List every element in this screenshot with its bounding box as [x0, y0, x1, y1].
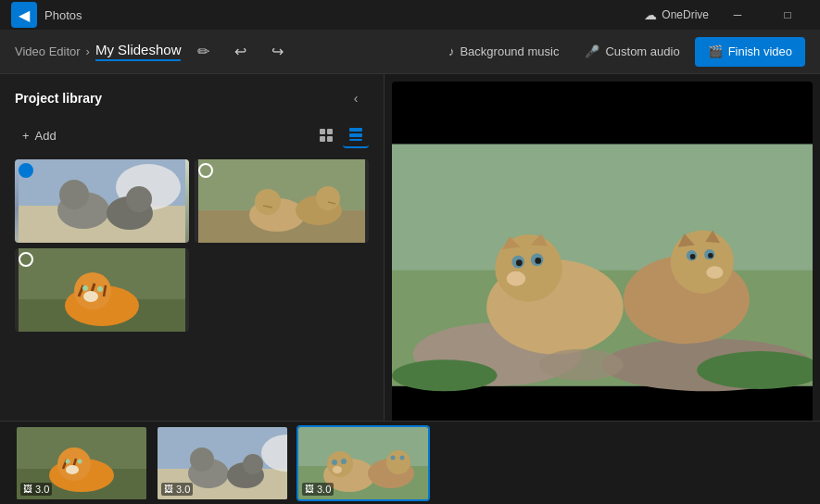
breadcrumb-parent[interactable]: Video Editor [15, 44, 81, 58]
svg-point-72 [243, 454, 263, 474]
svg-point-13 [126, 186, 152, 212]
svg-point-47 [706, 266, 723, 279]
list-view-button[interactable] [343, 122, 369, 148]
svg-point-50 [690, 254, 696, 259]
svg-point-63 [66, 465, 79, 474]
audio-icon: 🎤 [585, 44, 599, 58]
title-bar-right: ☁ OneDrive ─ □ [644, 0, 809, 30]
svg-point-31 [97, 286, 103, 292]
film-duration: 3.0 [176, 484, 190, 495]
svg-point-51 [708, 253, 713, 258]
film-icon: 🖼 [164, 484, 173, 494]
breadcrumb-separator: › [86, 44, 90, 58]
edit-button[interactable]: ✏ [188, 37, 218, 67]
svg-point-78 [332, 460, 337, 465]
title-bar: ◀ Photos ☁ OneDrive ─ □ [0, 0, 820, 30]
media-item[interactable] [195, 159, 369, 243]
add-media-button[interactable]: + Add [15, 125, 64, 146]
finish-video-button[interactable]: 🎬 Finish video [695, 37, 805, 67]
redo-button[interactable]: ↪ [262, 37, 292, 67]
media-item[interactable] [15, 159, 189, 243]
film-label: 🖼 3.0 [20, 483, 52, 496]
breadcrumb: Video Editor › My Slideshow [15, 42, 181, 61]
toolbar-left: Video Editor › My Slideshow ✏ ↩ ↪ [15, 37, 430, 67]
video-preview: This licensed stock photo is being used … [392, 82, 813, 448]
panel-toolbar: + Add [0, 119, 384, 159]
svg-point-19 [316, 186, 340, 210]
media-select-1 [19, 163, 33, 178]
panel-title: Project library [15, 91, 102, 106]
toolbar: Video Editor › My Slideshow ✏ ↩ ↪ ♪ Back… [0, 30, 820, 74]
media-grid [0, 159, 384, 339]
edit-icon: ✏ [197, 43, 209, 60]
svg-rect-6 [349, 139, 362, 141]
svg-point-11 [59, 180, 89, 209]
back-icon: ◀ [19, 6, 30, 24]
svg-point-17 [255, 189, 281, 215]
filmstrip: 🖼 3.0 🖼 3.0 [0, 421, 820, 504]
media-select-3 [19, 252, 33, 267]
music-icon: ♪ [448, 44, 455, 58]
filmstrip-item[interactable]: 🖼 3.0 [156, 425, 289, 501]
svg-point-65 [78, 459, 82, 463]
svg-point-76 [327, 451, 353, 477]
svg-point-77 [333, 466, 342, 473]
media-select-2 [198, 163, 213, 178]
minimize-button[interactable]: ─ [716, 0, 759, 30]
svg-rect-4 [349, 128, 362, 132]
undo-icon: ↩ [234, 43, 246, 60]
maximize-button[interactable]: □ [766, 0, 809, 30]
svg-point-29 [83, 291, 98, 302]
svg-point-42 [535, 258, 541, 264]
panel-header: Project library ‹ [0, 74, 384, 119]
svg-rect-0 [320, 129, 325, 134]
add-icon: + [22, 129, 30, 143]
filmstrip-item[interactable]: 🖼 3.0 [296, 425, 430, 501]
back-button[interactable]: ◀ [11, 2, 37, 28]
film-icon: 🖼 [305, 484, 314, 494]
svg-point-56 [539, 349, 624, 381]
svg-point-30 [82, 285, 88, 291]
panel-collapse-button[interactable]: ‹ [343, 85, 369, 111]
add-label: Add [35, 129, 57, 143]
finish-label: Finish video [728, 44, 792, 58]
svg-point-70 [190, 447, 214, 472]
onedrive-button[interactable]: ☁ OneDrive [644, 7, 709, 22]
svg-point-54 [392, 359, 498, 391]
svg-point-64 [66, 459, 70, 463]
film-label: 🖼 3.0 [161, 483, 193, 496]
breadcrumb-current: My Slideshow [95, 42, 182, 61]
background-music-button[interactable]: ♪ Background music [437, 37, 570, 67]
svg-rect-3 [327, 136, 333, 142]
svg-point-41 [516, 259, 523, 266]
film-icon: 🖼 [23, 484, 32, 494]
svg-point-79 [341, 459, 347, 464]
svg-point-81 [386, 450, 410, 474]
film-duration: 3.0 [35, 484, 49, 495]
finish-icon: 🎬 [708, 44, 723, 58]
undo-button[interactable]: ↩ [225, 37, 255, 67]
custom-audio-label: Custom audio [605, 44, 679, 58]
title-bar-left: ◀ Photos [11, 2, 82, 28]
film-label: 🖼 3.0 [302, 483, 334, 496]
svg-point-46 [671, 231, 734, 294]
onedrive-label: OneDrive [662, 8, 709, 21]
svg-point-38 [507, 271, 525, 286]
app-name: Photos [44, 8, 82, 22]
svg-rect-5 [349, 133, 362, 137]
redo-icon: ↪ [271, 43, 284, 60]
svg-point-83 [400, 455, 405, 460]
custom-audio-button[interactable]: 🎤 Custom audio [574, 37, 690, 67]
svg-rect-2 [320, 136, 325, 142]
background-music-label: Background music [460, 44, 559, 58]
filmstrip-item[interactable]: 🖼 3.0 [15, 425, 148, 501]
svg-point-82 [391, 455, 396, 460]
svg-rect-1 [327, 129, 333, 134]
view-toggle [313, 122, 369, 148]
media-item[interactable] [15, 248, 189, 332]
film-duration: 3.0 [317, 484, 331, 495]
toolbar-right: ♪ Background music 🎤 Custom audio 🎬 Fini… [437, 37, 805, 67]
grid-view-button[interactable] [313, 122, 339, 148]
cloud-icon: ☁ [644, 7, 657, 22]
